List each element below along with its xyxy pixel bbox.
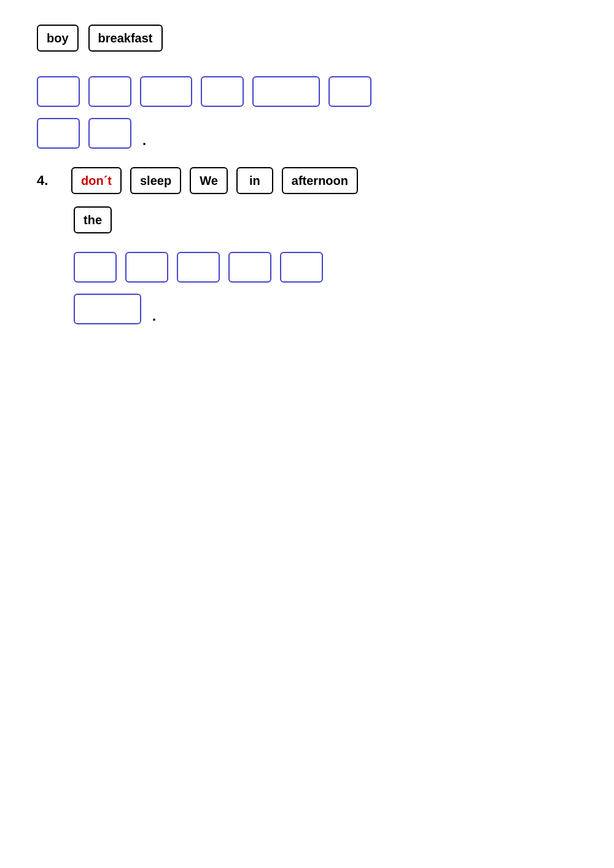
- word-chip-we[interactable]: We: [190, 167, 228, 194]
- word-chip-afternoon[interactable]: afternoon: [282, 167, 358, 194]
- prev-answer-row2: .: [37, 118, 577, 149]
- page: boy breakfast . 4. don´t sleep We in aft…: [0, 0, 614, 868]
- the-word-row: the: [74, 206, 577, 233]
- answer-box-q4-1-1[interactable]: [74, 252, 117, 283]
- question-4-answer-row2: .: [74, 294, 577, 324]
- question-4-number: 4.: [37, 173, 61, 189]
- word-chip-breakfast[interactable]: breakfast: [88, 25, 163, 52]
- question-4-answer-row1: [74, 252, 577, 283]
- word-chip-the[interactable]: the: [74, 206, 112, 233]
- answer-box-q4-1-2[interactable]: [125, 252, 168, 283]
- answer-box-prev-2-1[interactable]: [37, 118, 80, 149]
- prev-answer-row1: [37, 76, 577, 107]
- word-chip-in[interactable]: in: [236, 167, 273, 194]
- answer-box-prev-1-6[interactable]: [328, 76, 371, 107]
- question-4-period: .: [152, 308, 156, 324]
- answer-box-prev-1-4[interactable]: [201, 76, 244, 107]
- top-words-row: boy breakfast: [37, 25, 577, 52]
- answer-box-q4-1-4[interactable]: [228, 252, 271, 283]
- answer-box-q4-1-5[interactable]: [280, 252, 323, 283]
- word-chip-dont[interactable]: don´t: [71, 167, 122, 194]
- prev-period: .: [142, 133, 146, 149]
- answer-box-prev-2-2[interactable]: [88, 118, 131, 149]
- answer-box-prev-1-3[interactable]: [140, 76, 192, 107]
- word-chip-boy[interactable]: boy: [37, 25, 79, 52]
- answer-box-prev-1-5[interactable]: [252, 76, 320, 107]
- word-chip-sleep[interactable]: sleep: [130, 167, 181, 194]
- answer-box-prev-1-2[interactable]: [88, 76, 131, 107]
- question-4-header: 4. don´t sleep We in afternoon: [37, 167, 577, 194]
- question-4-section: 4. don´t sleep We in afternoon the .: [37, 167, 577, 324]
- answer-box-prev-1-1[interactable]: [37, 76, 80, 107]
- question-4-chips: don´t sleep We in afternoon: [71, 167, 358, 194]
- answer-box-q4-1-3[interactable]: [177, 252, 220, 283]
- answer-box-q4-2-1[interactable]: [74, 294, 141, 324]
